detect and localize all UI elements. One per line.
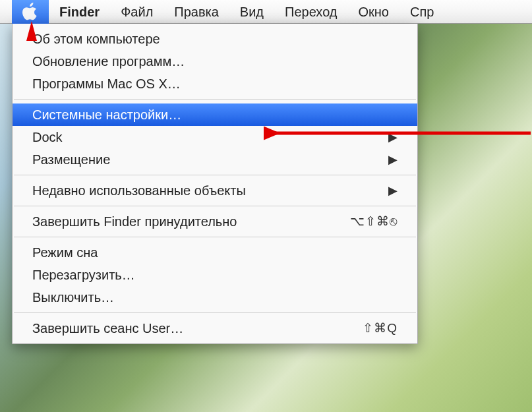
menu-separator (14, 99, 416, 100)
menubar-item-help[interactable]: Спр (399, 0, 444, 24)
menu-item-label: Размещение (32, 148, 110, 171)
apple-icon (22, 3, 39, 21)
menu-item-system-preferences[interactable]: Системные настройки… (13, 103, 417, 126)
menu-item-shutdown[interactable]: Выключить… (13, 286, 417, 309)
menu-item-label: Системные настройки… (32, 103, 181, 126)
menu-item-mac-os-programs[interactable]: Программы Mac OS X… (13, 73, 417, 95)
menu-item-label: Dock (32, 126, 63, 148)
apple-menu-dropdown: Об этом компьютере Обновление программ… … (12, 24, 418, 344)
menu-item-label: Завершить сеанс User… (32, 317, 183, 339)
menubar-app-name[interactable]: Finder (49, 0, 110, 24)
menu-item-label: Об этом компьютере (32, 28, 160, 50)
chevron-right-icon: ▶ (388, 179, 398, 202)
menu-item-location[interactable]: Размещение ▶ (13, 148, 417, 171)
menu-item-sleep[interactable]: Режим сна (13, 241, 417, 264)
keyboard-shortcut: ⌥⇧⌘⎋ (350, 210, 398, 233)
menu-item-dock[interactable]: Dock ▶ (13, 126, 417, 148)
menu-item-recent-items[interactable]: Недавно использованные объекты ▶ (13, 179, 417, 202)
menu-separator (14, 312, 416, 313)
menubar-item-go[interactable]: Переход (274, 0, 347, 24)
menu-item-about[interactable]: Об этом компьютере (13, 28, 417, 50)
chevron-right-icon: ▶ (388, 148, 398, 171)
menu-separator (14, 175, 416, 175)
menu-item-logout[interactable]: Завершить сеанс User… ⇧⌘Q (13, 317, 417, 339)
menu-item-software-update[interactable]: Обновление программ… (13, 50, 417, 73)
menubar-item-view[interactable]: Вид (229, 0, 274, 24)
menu-item-force-quit[interactable]: Завершить Finder принудительно ⌥⇧⌘⎋ (13, 210, 417, 233)
menubar-item-window[interactable]: Окно (347, 0, 399, 24)
menubar-item-edit[interactable]: Правка (163, 0, 229, 24)
menu-item-label: Программы Mac OS X… (32, 73, 181, 95)
menu-separator (14, 237, 416, 237)
menu-item-label: Режим сна (32, 241, 98, 264)
menubar: Finder Файл Правка Вид Переход Окно Спр (0, 0, 532, 24)
menu-item-label: Недавно использованные объекты (32, 179, 246, 202)
menu-item-label: Выключить… (32, 286, 114, 309)
menu-item-label: Завершить Finder принудительно (32, 210, 237, 233)
menubar-item-file[interactable]: Файл (110, 0, 163, 24)
menu-item-label: Обновление программ… (32, 50, 185, 73)
menu-item-label: Перезагрузить… (32, 264, 135, 286)
menu-item-restart[interactable]: Перезагрузить… (13, 264, 417, 286)
chevron-right-icon: ▶ (388, 126, 398, 148)
keyboard-shortcut: ⇧⌘Q (363, 317, 398, 339)
menu-separator (14, 206, 416, 206)
apple-menu-button[interactable] (12, 0, 49, 24)
